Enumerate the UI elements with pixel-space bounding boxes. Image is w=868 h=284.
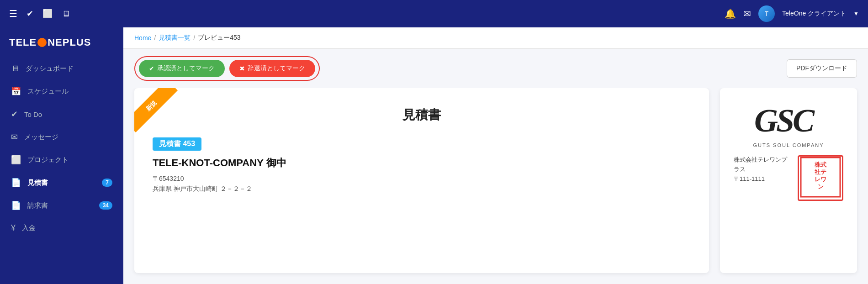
sidebar-item-invoices[interactable]: 📄 請求書 34 <box>0 194 123 217</box>
mail-icon[interactable]: ✉ <box>743 8 751 19</box>
income-icon: ¥ <box>11 223 16 233</box>
quote-card: 新規 見積書 見積書 453 TELE-KNOT-COMPANY 御中 〒654… <box>134 88 709 273</box>
gsc-letters: GSC <box>752 102 825 142</box>
quotes-icon: 📄 <box>11 178 21 188</box>
stamp-text: 株式 社テ レワ ン <box>800 157 841 200</box>
breadcrumb-quotes-list[interactable]: 見積書一覧 <box>159 34 191 42</box>
gsc-logo: GSC GUTS SOUL COMPANY <box>752 102 825 148</box>
sidebar-label-invoices: 請求書 <box>27 201 48 210</box>
breadcrumb-sep1: / <box>154 34 156 42</box>
main-layout: TELENEPLUS 🖥 ダッシュボード 📅 スケジュール ✔ To Do ✉ … <box>0 27 868 284</box>
svg-text:社テ: 社テ <box>814 168 826 175</box>
sidebar-label-todo: To Do <box>24 110 42 118</box>
hamburger-icon[interactable]: ☰ <box>9 8 17 19</box>
top-nav: ☰ ✔ ⬜ 🖥 🔔 ✉ T TeleOne クライアント ▼ <box>0 0 868 27</box>
logo: TELENEPLUS <box>9 37 91 48</box>
sidebar: TELENEPLUS 🖥 ダッシュボード 📅 スケジュール ✔ To Do ✉ … <box>0 27 123 284</box>
avatar: T <box>758 5 775 22</box>
user-name-label: TeleOne クライアント <box>782 10 846 18</box>
customer-name: TELE-KNOT-COMPANY 御中 <box>153 156 691 170</box>
breadcrumb: Home / 見積書一覧 / プレビュー453 <box>123 27 868 49</box>
user-dropdown-icon[interactable]: ▼ <box>853 11 859 17</box>
sidebar-item-dashboard[interactable]: 🖥 ダッシュボード <box>0 58 123 80</box>
svg-text:株式: 株式 <box>814 161 827 168</box>
approve-button[interactable]: ✔ 承認済としてマーク <box>139 60 225 77</box>
decline-icon: ✖ <box>239 65 245 72</box>
ribbon-text: 新規 <box>134 88 178 132</box>
svg-text:GSC: GSC <box>754 102 815 138</box>
sidebar-item-schedule[interactable]: 📅 スケジュール <box>0 80 123 103</box>
action-bar: ✔ 承認済としてマーク ✖ 辞退済としてマーク PDFダウンロード <box>123 49 868 88</box>
invoices-badge: 34 <box>99 201 112 210</box>
decline-label: 辞退済としてマーク <box>248 64 305 73</box>
company-detail-row: 株式会社テレワンプラス 〒111-1111 株式 社テ レワ ン <box>734 155 843 201</box>
check-nav-icon[interactable]: ✔ <box>26 9 33 19</box>
sidebar-item-income[interactable]: ¥ 入金 <box>0 217 123 239</box>
sidebar-label-quotes: 見積書 <box>27 179 48 187</box>
preview-area: 新規 見積書 見積書 453 TELE-KNOT-COMPANY 御中 〒654… <box>123 88 868 284</box>
sidebar-item-quotes[interactable]: 📄 見積書 7 <box>0 171 123 194</box>
bell-icon[interactable]: 🔔 <box>725 8 736 19</box>
company-corp-name: 株式会社テレワンプラス <box>734 155 790 174</box>
projects-icon: ⬜ <box>11 155 21 165</box>
sidebar-item-todo[interactable]: ✔ To Do <box>0 103 123 126</box>
customer-postal: 〒6543210 <box>153 174 691 184</box>
company-stamp: 株式 社テ レワ ン <box>798 155 843 201</box>
messages-icon: ✉ <box>11 132 18 142</box>
todo-icon: ✔ <box>11 109 18 119</box>
breadcrumb-sep2: / <box>193 34 195 42</box>
approve-icon: ✔ <box>149 65 154 72</box>
content-area: Home / 見積書一覧 / プレビュー453 ✔ 承認済としてマーク ✖ 辞退… <box>123 27 868 284</box>
sidebar-label-income: 入金 <box>22 224 36 232</box>
new-ribbon: 新規 <box>134 88 180 134</box>
quote-main-title: 見積書 <box>153 106 691 124</box>
gsc-svg: GSC <box>752 102 825 138</box>
doc-nav-icon[interactable]: ⬜ <box>42 9 53 19</box>
sidebar-label-messages: メッセージ <box>24 133 58 142</box>
company-postal: 〒111-1111 <box>734 174 790 184</box>
action-highlight-box: ✔ 承認済としてマーク ✖ 辞退済としてマーク <box>134 56 320 81</box>
topnav-left: ☰ ✔ ⬜ 🖥 <box>9 8 725 19</box>
sidebar-item-messages[interactable]: ✉ メッセージ <box>0 126 123 148</box>
invoices-icon: 📄 <box>11 200 21 210</box>
customer-address: 兵庫県 神戸市大山崎町 ２－２－２ <box>153 184 691 194</box>
logo-area: TELENEPLUS <box>0 32 123 58</box>
sidebar-item-projects[interactable]: ⬜ プロジェクト <box>0 148 123 171</box>
svg-text:レワ: レワ <box>815 176 826 183</box>
approve-label: 承認済としてマーク <box>157 64 215 73</box>
logo-circle <box>37 38 47 47</box>
monitor-nav-icon[interactable]: 🖥 <box>62 9 70 19</box>
pdf-download-button[interactable]: PDFダウンロード <box>787 59 857 78</box>
svg-text:ン: ン <box>818 183 824 190</box>
topnav-right: 🔔 ✉ T TeleOne クライアント ▼ <box>725 5 859 22</box>
stamp-svg: 株式 社テ レワ ン <box>800 157 841 198</box>
dashboard-icon: 🖥 <box>11 64 19 74</box>
breadcrumb-home[interactable]: Home <box>134 34 151 42</box>
company-address-block: 株式会社テレワンプラス 〒111-1111 <box>734 155 790 184</box>
quote-number-badge: 見積書 453 <box>153 137 201 151</box>
quotes-badge: 7 <box>102 179 112 187</box>
sidebar-label-dashboard: ダッシュボード <box>26 64 74 73</box>
gsc-subtitle: GUTS SOUL COMPANY <box>752 142 825 148</box>
schedule-icon: 📅 <box>11 86 21 96</box>
breadcrumb-current: プレビュー453 <box>198 34 240 42</box>
sidebar-label-schedule: スケジュール <box>27 87 69 96</box>
decline-button[interactable]: ✖ 辞退済としてマーク <box>229 60 315 77</box>
company-info-panel: GSC GUTS SOUL COMPANY 株式会社テレワンプラス 〒111-1… <box>720 88 857 273</box>
sidebar-label-projects: プロジェクト <box>27 156 69 164</box>
